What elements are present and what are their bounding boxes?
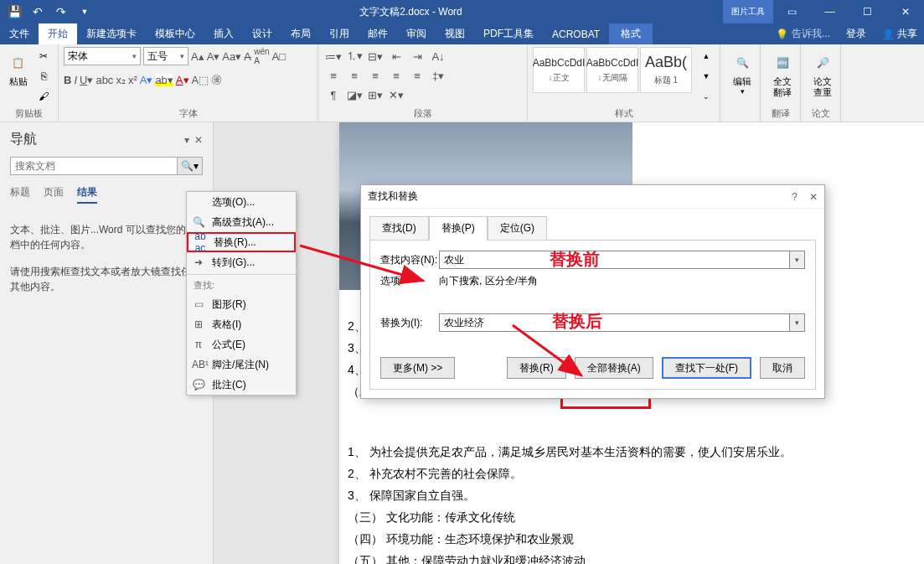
tab-newtab[interactable]: 新建选项卡 (77, 23, 146, 44)
tab-format[interactable]: 格式 (609, 23, 653, 44)
replace-input[interactable]: 农业经济 (439, 313, 790, 332)
ribbon-options-icon[interactable]: ▭ (773, 0, 811, 23)
copy-icon[interactable]: ⎘ (34, 67, 53, 85)
nav-tab-pages[interactable]: 页面 (44, 185, 64, 204)
minimize-icon[interactable]: — (811, 0, 849, 23)
tab-template[interactable]: 模板中心 (146, 23, 204, 44)
dlg-tab-find[interactable]: 查找(D) (369, 216, 429, 241)
ctx-goto[interactable]: ➜转到(G)... (187, 252, 296, 272)
qat-dropdown-icon[interactable]: ▼ (74, 2, 95, 22)
edit-button[interactable]: 🔍 编辑 ▾ (725, 47, 759, 96)
style-heading1[interactable]: AaBb(标题 1 (640, 47, 692, 93)
format-painter-icon[interactable]: 🖌 (34, 87, 53, 106)
char-shading-icon[interactable]: A⬚ (192, 74, 209, 86)
tab-design[interactable]: 设计 (243, 23, 281, 44)
replace-button[interactable]: 替换(R) (507, 357, 566, 379)
styles-more-icon[interactable]: ⌄ (697, 87, 715, 106)
superscript-icon[interactable]: x² (128, 74, 137, 86)
find-input[interactable]: 农业 (439, 251, 790, 269)
grow-font-icon[interactable]: A▴ (191, 50, 204, 63)
font-color-icon[interactable]: A▾ (176, 74, 189, 86)
distribute-icon[interactable]: ≡ (407, 66, 427, 85)
cut-icon[interactable]: ✂ (34, 47, 53, 65)
ctx-graphics[interactable]: ▭图形(R) (187, 294, 296, 314)
tell-me[interactable]: 💡告诉我... (769, 23, 837, 44)
clear-format-icon[interactable]: A̶ (244, 50, 251, 63)
redo-icon[interactable]: ↷ (50, 2, 72, 22)
ctx-options[interactable]: 选项(O)... (187, 192, 296, 212)
snap-icon[interactable]: ✕▾ (386, 85, 406, 104)
borders-icon[interactable]: ⊞▾ (365, 85, 385, 104)
ctx-formulas[interactable]: π公式(E) (187, 334, 296, 354)
nav-search-input[interactable] (10, 157, 178, 175)
tab-home[interactable]: 开始 (39, 23, 77, 44)
font-name-select[interactable]: 宋体▾ (64, 47, 141, 65)
ctx-tables[interactable]: ⊞表格(I) (187, 314, 296, 334)
justify-icon[interactable]: ≡ (386, 66, 406, 85)
styles-up-icon[interactable]: ▲ (697, 47, 715, 65)
font-size-select[interactable]: 五号▾ (143, 47, 188, 65)
login-button[interactable]: 登录 (837, 23, 875, 44)
text-effects-icon[interactable]: A▾ (140, 74, 153, 86)
replace-all-button[interactable]: 全部替换(A) (575, 357, 653, 379)
align-right-icon[interactable]: ≡ (365, 66, 385, 85)
numbering-icon[interactable]: ⒈▾ (344, 47, 364, 65)
underline-icon[interactable]: U▾ (80, 74, 93, 86)
dialog-help-icon[interactable]: ? (792, 191, 798, 203)
tab-layout[interactable]: 布局 (281, 23, 320, 44)
shrink-font-icon[interactable]: A▾ (207, 50, 220, 63)
highlight-icon[interactable]: ab▾ (155, 74, 173, 86)
multilevel-icon[interactable]: ⊟▾ (365, 47, 385, 65)
save-icon[interactable]: 💾 (3, 2, 25, 22)
align-center-icon[interactable]: ≡ (344, 66, 364, 85)
italic-icon[interactable]: I (74, 74, 77, 86)
tab-review[interactable]: 审阅 (397, 23, 436, 44)
dlg-tab-goto[interactable]: 定位(G) (488, 216, 547, 241)
undo-icon[interactable]: ↶ (27, 2, 49, 22)
find-dropdown-icon[interactable]: ▾ (790, 251, 805, 269)
bold-icon[interactable]: B (64, 74, 71, 86)
enclose-char-icon[interactable]: ㊝ (211, 72, 222, 87)
tab-acrobat[interactable]: ACROBAT (543, 23, 609, 44)
share-button[interactable]: 👤共享 (875, 23, 924, 44)
close-icon[interactable]: ✕ (886, 0, 924, 23)
ctx-advanced-find[interactable]: 🔍高级查找(A)... (187, 212, 296, 232)
indent-right-icon[interactable]: ⇥ (407, 47, 427, 65)
ctx-comments[interactable]: 💬批注(C) (187, 375, 296, 395)
dlg-tab-replace[interactable]: 替换(P) (429, 216, 488, 241)
strike-icon[interactable]: abc (95, 74, 113, 86)
dialog-titlebar[interactable]: 查找和替换 ? ✕ (361, 185, 824, 209)
nav-tab-headings[interactable]: 标题 (10, 185, 30, 204)
style-nospacing[interactable]: AaBbCcDdI↓无间隔 (586, 47, 638, 93)
cancel-button[interactable]: 取消 (760, 357, 805, 379)
nav-tab-results[interactable]: 结果 (77, 185, 97, 204)
show-marks-icon[interactable]: ¶ (323, 85, 343, 104)
translate-button[interactable]: 🔤 全文 翻译 (766, 47, 799, 98)
shading-icon[interactable]: ◪▾ (344, 85, 364, 104)
dialog-close-icon[interactable]: ✕ (809, 191, 818, 203)
styles-down-icon[interactable]: ▼ (697, 67, 715, 85)
replace-dropdown-icon[interactable]: ▾ (790, 313, 805, 332)
nav-close-icon[interactable]: ✕ (194, 134, 203, 146)
bullets-icon[interactable]: ≔▾ (323, 47, 343, 65)
change-case-icon[interactable]: Aa▾ (222, 50, 241, 63)
document-text[interactable]: 1、 为社会提供充足农产品，满足城乡居民对基本生活资料的需要，使人们安居乐业。 … (348, 441, 792, 564)
nav-search-button[interactable]: 🔍▾ (178, 157, 203, 175)
maximize-icon[interactable]: ☐ (849, 0, 886, 23)
ctx-footnotes[interactable]: AB¹脚注/尾注(N) (187, 354, 296, 375)
style-normal[interactable]: AaBbCcDdI↓正文 (533, 47, 585, 93)
align-left-icon[interactable]: ≡ (323, 66, 343, 85)
tab-references[interactable]: 引用 (320, 23, 359, 44)
tab-mail[interactable]: 邮件 (359, 23, 397, 44)
nav-dropdown-icon[interactable]: ▾ (184, 134, 189, 146)
sort-icon[interactable]: A↓ (428, 47, 448, 65)
tab-pdf[interactable]: PDF工具集 (474, 23, 543, 44)
paste-button[interactable]: 📋 粘贴 (5, 47, 31, 87)
find-next-button[interactable]: 查找下一处(F) (662, 357, 751, 379)
phonetic-icon[interactable]: wénA (254, 47, 269, 65)
tab-file[interactable]: 文件 (0, 23, 39, 44)
indent-left-icon[interactable]: ⇤ (386, 47, 406, 65)
more-button[interactable]: 更多(M) >> (380, 357, 455, 379)
tab-insert[interactable]: 插入 (204, 23, 243, 44)
ctx-replace[interactable]: abac替换(R)... (187, 232, 296, 252)
